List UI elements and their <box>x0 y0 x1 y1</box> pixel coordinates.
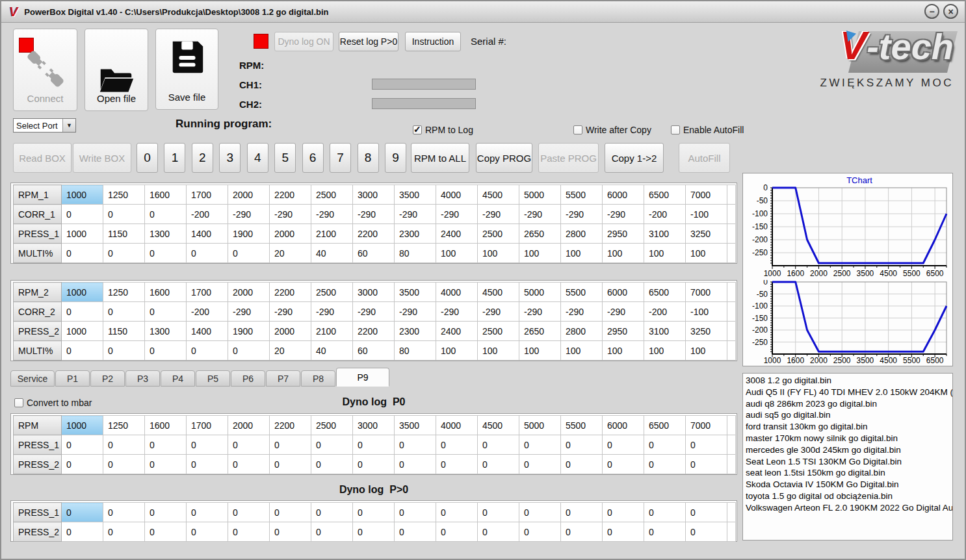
data-cell[interactable]: 1600 <box>145 283 187 302</box>
data-cell[interactable]: 1600 <box>145 416 187 435</box>
data-cell[interactable]: 0 <box>395 435 436 455</box>
data-cell[interactable]: 100 <box>603 244 644 263</box>
data-cell[interactable]: 100 <box>686 244 727 263</box>
data-cell[interactable]: 2800 <box>561 322 603 341</box>
data-cell[interactable]: 3250 <box>686 224 727 244</box>
data-cell[interactable]: 6000 <box>603 185 644 205</box>
data-cell[interactable]: -290 <box>519 205 561 224</box>
data-cell[interactable]: 2000 <box>270 224 311 244</box>
data-cell[interactable]: -290 <box>228 205 270 224</box>
data-cell[interactable]: -290 <box>478 205 519 224</box>
data-cell[interactable]: 0 <box>103 455 145 474</box>
data-cell[interactable]: 5000 <box>519 416 561 435</box>
data-cell[interactable]: 3100 <box>644 224 686 244</box>
data-cell[interactable]: 5500 <box>561 283 603 302</box>
tab-p8[interactable]: P8 <box>301 370 335 387</box>
data-cell[interactable]: 0 <box>228 455 270 474</box>
data-cell[interactable]: 1000 <box>62 283 103 302</box>
data-cell[interactable]: 0 <box>103 302 145 322</box>
data-cell[interactable]: 2400 <box>436 322 478 341</box>
instruction-button[interactable]: Instruction <box>405 32 461 51</box>
data-cell[interactable]: 2650 <box>519 224 561 244</box>
data-cell[interactable]: 0 <box>228 341 270 361</box>
data-cell[interactable]: 2000 <box>228 185 270 205</box>
data-cell[interactable]: 1000 <box>62 322 103 341</box>
data-cell[interactable]: -290 <box>395 205 436 224</box>
rpm-to-log-checkbox-box[interactable] <box>413 125 422 134</box>
file-item[interactable]: Audi Q5 II (FY FL) 40 TDI MHEV 2.0 150kW… <box>746 387 952 398</box>
data-cell[interactable]: -290 <box>561 302 603 322</box>
data-cell[interactable]: 0 <box>519 435 561 455</box>
data-cell[interactable]: 2200 <box>353 224 395 244</box>
data-cell[interactable]: 0 <box>436 455 478 474</box>
tab-p9[interactable]: P9 <box>336 368 389 387</box>
data-cell[interactable]: -290 <box>603 205 644 224</box>
program-button-3[interactable]: 3 <box>219 143 241 173</box>
data-cell[interactable]: 0 <box>353 522 395 542</box>
program-button-4[interactable]: 4 <box>247 143 268 173</box>
autofill-button[interactable]: AutoFill <box>679 143 730 173</box>
data-cell[interactable]: 0 <box>62 503 103 522</box>
data-cell[interactable]: 0 <box>478 435 519 455</box>
file-item[interactable]: audi sq5 go digital.bin <box>746 409 952 421</box>
data-cell[interactable]: 6000 <box>603 416 644 435</box>
data-cell[interactable]: 0 <box>561 455 603 474</box>
data-cell[interactable]: 0 <box>603 455 644 474</box>
data-cell[interactable]: 0 <box>436 522 478 542</box>
data-cell[interactable]: 0 <box>311 435 353 455</box>
data-cell[interactable]: 0 <box>686 435 727 455</box>
file-item[interactable]: toyota 1.5 go digital od obciążenia.bin <box>746 490 952 502</box>
data-cell[interactable]: 2500 <box>311 283 353 302</box>
tab-p2[interactable]: P2 <box>90 370 125 387</box>
data-cell[interactable]: 2100 <box>311 322 353 341</box>
data-cell[interactable]: 4000 <box>436 185 478 205</box>
data-cell[interactable]: 6500 <box>644 185 686 205</box>
data-cell[interactable]: 5500 <box>561 185 603 205</box>
file-item[interactable]: master 170km nowy silnik go digital.bin <box>746 433 952 444</box>
data-cell[interactable]: 100 <box>436 244 478 263</box>
data-cell[interactable]: 1600 <box>145 185 187 205</box>
data-cell[interactable]: -290 <box>603 302 644 322</box>
program-button-8[interactable]: 8 <box>358 143 379 173</box>
file-item[interactable]: ford transit 130km go digital.bin <box>746 421 952 433</box>
data-cell[interactable]: 0 <box>478 503 519 522</box>
data-cell[interactable]: 0 <box>353 503 395 522</box>
chevron-down-icon[interactable]: ▼ <box>62 119 75 132</box>
data-cell[interactable]: 6000 <box>603 283 644 302</box>
data-cell[interactable]: 2500 <box>478 224 519 244</box>
select-port-dropdown[interactable]: Select Port ▼ <box>13 118 76 133</box>
data-cell[interactable]: 0 <box>644 435 686 455</box>
data-cell[interactable]: -290 <box>478 302 519 322</box>
data-cell[interactable]: -290 <box>353 205 395 224</box>
data-cell[interactable]: 1700 <box>187 185 228 205</box>
data-cell[interactable]: 2300 <box>395 224 436 244</box>
data-cell[interactable]: 2400 <box>436 224 478 244</box>
data-cell[interactable]: 2650 <box>519 322 561 341</box>
data-cell[interactable]: 0 <box>145 455 187 474</box>
data-cell[interactable]: -290 <box>228 302 270 322</box>
data-cell[interactable]: 1400 <box>187 322 228 341</box>
data-cell[interactable]: 1250 <box>103 185 145 205</box>
data-cell[interactable]: -290 <box>311 205 353 224</box>
data-cell[interactable]: 20 <box>270 244 311 263</box>
data-cell[interactable]: 100 <box>478 341 519 361</box>
enable-autofill-checkbox-box[interactable] <box>671 125 680 134</box>
data-cell[interactable]: 0 <box>103 522 145 542</box>
data-cell[interactable]: 1150 <box>103 322 145 341</box>
file-item[interactable]: Seat Leon 1.5 TSI 130KM Go Digital.bin <box>746 456 952 468</box>
data-cell[interactable]: 0 <box>270 522 311 542</box>
copy-1-to-2-button[interactable]: Copy 1->2 <box>605 143 664 173</box>
data-cell[interactable]: 2950 <box>603 322 644 341</box>
data-cell[interactable]: 0 <box>103 341 145 361</box>
data-cell[interactable]: 0 <box>62 244 103 263</box>
tab-p3[interactable]: P3 <box>125 370 160 387</box>
data-cell[interactable]: 0 <box>187 522 228 542</box>
data-cell[interactable]: 0 <box>187 455 228 474</box>
data-cell[interactable]: 0 <box>603 503 644 522</box>
data-cell[interactable]: 3100 <box>644 322 686 341</box>
data-cell[interactable]: 2200 <box>270 416 311 435</box>
data-cell[interactable]: 2000 <box>228 283 270 302</box>
program-button-9[interactable]: 9 <box>385 143 406 173</box>
data-cell[interactable]: 0 <box>187 244 228 263</box>
file-item[interactable]: Skoda Octavia IV 150KM Go Digital.bin <box>746 479 952 490</box>
